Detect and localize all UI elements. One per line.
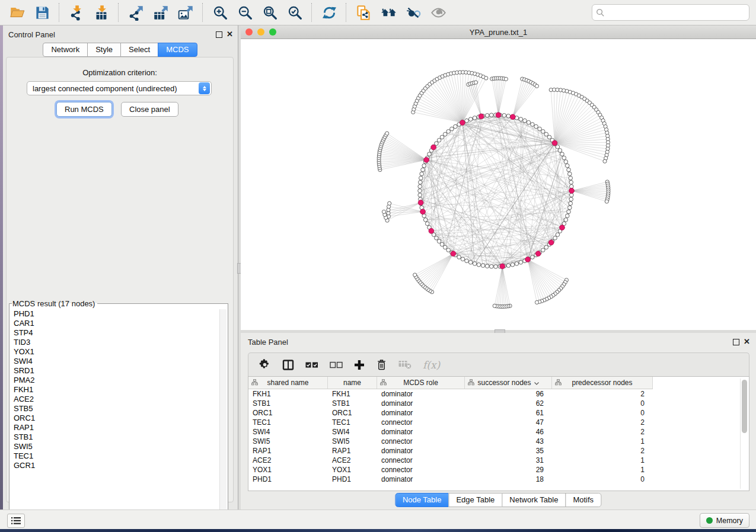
table-row[interactable]: ACE2ACE2connector311: [248, 456, 653, 465]
table-cell[interactable]: TEC1: [328, 418, 377, 427]
memory-button[interactable]: Memory: [700, 513, 749, 528]
split-panel-icon[interactable]: [282, 359, 294, 371]
table-cell[interactable]: PHD1: [248, 475, 328, 484]
table-cell[interactable]: STB1: [248, 399, 328, 408]
tab-network[interactable]: Network: [43, 43, 88, 57]
table-cell[interactable]: 31: [465, 456, 552, 465]
mcds-result-item[interactable]: ORC1: [11, 414, 219, 423]
table-cell[interactable]: 62: [465, 399, 552, 408]
criterion-select[interactable]: largest connected component (undirected): [27, 81, 212, 95]
mcds-result-item[interactable]: ACE2: [11, 395, 219, 404]
close-panel-icon[interactable]: ✕: [227, 31, 233, 37]
table-cell[interactable]: connector: [377, 465, 465, 475]
mcds-result-item[interactable]: STP4: [11, 328, 219, 338]
open-file-icon[interactable]: [7, 2, 27, 23]
network-window-titlebar[interactable]: YPA_prune.txt_1: [241, 25, 756, 39]
table-cell[interactable]: FKH1: [248, 389, 328, 399]
column-header-predecessor-nodes[interactable]: predecessor nodes: [552, 377, 653, 389]
table-row[interactable]: STB1STB1dominator620: [248, 399, 653, 408]
table-cell[interactable]: 1: [552, 465, 653, 475]
table-row[interactable]: ORC1ORC1dominator610: [248, 408, 653, 418]
table-cell[interactable]: connector: [377, 418, 465, 427]
tab-motifs[interactable]: Motifs: [565, 493, 601, 507]
mcds-result-item[interactable]: SRD1: [11, 366, 219, 376]
mcds-result-item[interactable]: RAP1: [11, 423, 219, 432]
table-cell[interactable]: STB1: [328, 399, 377, 408]
close-panel-button[interactable]: Close panel: [121, 102, 178, 117]
table-cell[interactable]: ORC1: [328, 408, 377, 418]
clone-network-icon[interactable]: [353, 2, 374, 23]
table-cell[interactable]: 2: [552, 446, 653, 456]
zoom-in-icon[interactable]: [210, 2, 230, 23]
table-cell[interactable]: dominator: [377, 389, 465, 399]
mcds-result-item[interactable]: PHD1: [11, 309, 219, 319]
search-input[interactable]: [608, 8, 749, 18]
table-cell[interactable]: YOX1: [248, 465, 328, 475]
deselect-all-icon[interactable]: [330, 361, 343, 368]
table-cell[interactable]: 29: [465, 465, 552, 475]
mcds-result-item[interactable]: GCR1: [11, 461, 219, 470]
table-cell[interactable]: SWI4: [248, 427, 328, 437]
table-cell[interactable]: connector: [377, 437, 465, 446]
import-table-icon[interactable]: [91, 2, 111, 23]
table-cell[interactable]: 35: [465, 446, 552, 456]
table-cell[interactable]: 43: [465, 437, 552, 446]
tab-network-table[interactable]: Network Table: [502, 493, 566, 507]
table-cell[interactable]: 1: [552, 437, 653, 446]
hide-selected-icon[interactable]: [403, 2, 423, 23]
table-cell[interactable]: SWI5: [248, 437, 328, 446]
table-row[interactable]: YOX1YOX1connector291: [248, 465, 653, 475]
column-header-name[interactable]: name: [328, 377, 377, 389]
column-header-MCDS-role[interactable]: MCDS role: [377, 377, 465, 389]
scrollbar-thumb[interactable]: [742, 380, 747, 433]
table-row[interactable]: RAP1RAP1dominator352: [248, 446, 653, 456]
column-header-shared-name[interactable]: shared name: [248, 377, 328, 389]
mcds-result-item[interactable]: YOX1: [11, 347, 219, 357]
save-session-icon[interactable]: [32, 2, 52, 23]
select-all-icon[interactable]: [305, 361, 318, 368]
delete-icon[interactable]: [376, 358, 387, 371]
network-graph[interactable]: [241, 39, 756, 330]
mcds-result-item[interactable]: SWI5: [11, 442, 219, 451]
tab-mcds[interactable]: MCDS: [158, 43, 197, 57]
table-cell[interactable]: 2: [552, 427, 653, 437]
table-row[interactable]: TEC1TEC1connector472: [248, 418, 653, 427]
mcds-result-item[interactable]: SWI4: [11, 357, 219, 366]
settings-gear-icon[interactable]: [259, 358, 271, 371]
table-cell[interactable]: 47: [465, 418, 552, 427]
export-table-icon[interactable]: [151, 2, 171, 23]
import-network-icon[interactable]: [66, 2, 87, 23]
table-cell[interactable]: TEC1: [248, 418, 328, 427]
table-cell[interactable]: 1: [552, 456, 653, 465]
show-panels-button[interactable]: [7, 514, 25, 528]
table-cell[interactable]: dominator: [377, 475, 465, 484]
tab-style[interactable]: Style: [87, 43, 121, 57]
close-panel-icon[interactable]: ✕: [744, 339, 750, 345]
mcds-result-item[interactable]: TEC1: [11, 451, 219, 461]
mcds-list-scrollbar[interactable]: [219, 309, 227, 513]
table-cell[interactable]: ORC1: [248, 408, 328, 418]
table-cell[interactable]: 0: [552, 399, 653, 408]
run-mcds-button[interactable]: Run MCDS: [56, 102, 112, 117]
table-cell[interactable]: ACE2: [248, 456, 328, 465]
table-cell[interactable]: 0: [552, 408, 653, 418]
tab-edge-table[interactable]: Edge Table: [448, 493, 502, 507]
mcds-result-item[interactable]: STB1: [11, 432, 219, 442]
table-row[interactable]: PHD1PHD1dominator180: [248, 475, 653, 484]
table-cell[interactable]: ACE2: [328, 456, 377, 465]
table-cell[interactable]: PHD1: [328, 475, 377, 484]
table-cell[interactable]: 61: [465, 408, 552, 418]
table-cell[interactable]: dominator: [377, 427, 465, 437]
zoom-fit-icon[interactable]: [260, 2, 280, 23]
table-row[interactable]: SWI4SWI4dominator462: [248, 427, 653, 437]
table-cell[interactable]: dominator: [377, 446, 465, 456]
table-cell[interactable]: 96: [465, 389, 552, 399]
table-cell[interactable]: FKH1: [328, 389, 377, 399]
mcds-result-item[interactable]: CAR1: [11, 319, 219, 328]
table-cell[interactable]: SWI5: [328, 437, 377, 446]
zoom-selected-icon[interactable]: [285, 2, 305, 23]
show-graphics-details-icon[interactable]: [428, 2, 448, 23]
mcds-result-item[interactable]: FKH1: [11, 385, 219, 395]
mcds-result-item[interactable]: PMA2: [11, 376, 219, 385]
table-cell[interactable]: RAP1: [328, 446, 377, 456]
